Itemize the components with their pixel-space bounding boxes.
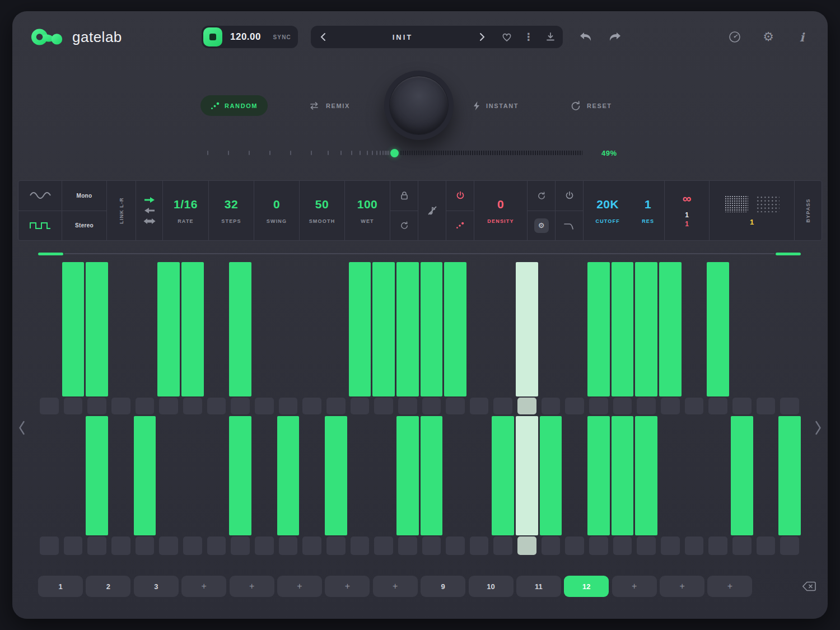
gate-step-top-1[interactable] <box>38 262 60 396</box>
step-cell-top-6[interactable] <box>159 398 178 414</box>
gate-step-bottom-27[interactable] <box>659 416 682 535</box>
step-cell-bottom-10[interactable] <box>255 536 274 555</box>
gate-bar[interactable] <box>396 416 419 535</box>
step-cell-top-23[interactable] <box>565 398 584 414</box>
direction-forward-button[interactable] <box>143 197 156 203</box>
gate-step-top-22[interactable] <box>540 262 562 396</box>
slider-handle[interactable] <box>390 149 399 157</box>
gate-step-bottom-17[interactable] <box>421 416 443 535</box>
gate-step-bottom-8[interactable] <box>206 416 228 535</box>
pattern-button-10[interactable]: 10 <box>469 576 514 597</box>
lock-button[interactable] <box>390 181 418 211</box>
gate-step-top-5[interactable] <box>134 262 156 396</box>
gate-step-bottom-12[interactable] <box>301 416 323 535</box>
step-cell-top-27[interactable] <box>661 398 680 414</box>
step-cell-top-31[interactable] <box>757 398 776 414</box>
step-cell-top-5[interactable] <box>136 398 155 414</box>
scroll-right-button[interactable] <box>811 410 825 446</box>
step-cell-bottom-31[interactable] <box>757 536 776 555</box>
morph-slider[interactable] <box>207 148 582 158</box>
preset-name[interactable]: INIT <box>335 33 470 41</box>
gate-bar[interactable] <box>516 416 538 535</box>
info-button[interactable]: i <box>792 26 812 48</box>
mono-button[interactable]: Mono <box>62 181 106 211</box>
gate-step-top-30[interactable] <box>731 262 753 396</box>
infinity-icon[interactable]: ∞ <box>683 193 692 205</box>
step-cell-bottom-32[interactable] <box>780 536 799 555</box>
gate-bar[interactable] <box>444 262 466 396</box>
step-cell-top-1[interactable] <box>40 398 59 414</box>
step-cell-top-17[interactable] <box>422 398 441 414</box>
gate-bar[interactable] <box>421 262 443 396</box>
loop-value-bottom[interactable]: 1 <box>685 220 689 228</box>
gate-step-bottom-23[interactable] <box>563 416 586 535</box>
mute-sequence-cell[interactable] <box>418 181 446 240</box>
main-knob[interactable] <box>389 76 449 135</box>
gate-bar[interactable] <box>707 262 729 396</box>
step-cell-bottom-8[interactable] <box>207 536 226 555</box>
gate-bar[interactable] <box>134 416 156 535</box>
step-cell-bottom-14[interactable] <box>351 536 370 555</box>
step-cell-bottom-22[interactable] <box>542 536 561 555</box>
gate-step-bottom-31[interactable] <box>755 416 777 535</box>
step-cell-top-24[interactable] <box>589 398 608 414</box>
gate-bar[interactable] <box>62 262 85 396</box>
step-cell-top-16[interactable] <box>398 398 417 414</box>
delete-pattern-button[interactable] <box>800 577 819 596</box>
step-cell-bottom-7[interactable] <box>183 536 202 555</box>
loop-end-handle[interactable] <box>776 253 801 255</box>
gate-step-bottom-15[interactable] <box>372 416 395 535</box>
gate-step-bottom-1[interactable] <box>38 416 60 535</box>
step-cell-top-21[interactable] <box>517 398 536 414</box>
pattern-button-3[interactable]: 3 <box>134 576 179 597</box>
step-cell-top-19[interactable] <box>470 398 489 414</box>
gate-step-bottom-3[interactable] <box>86 416 108 535</box>
step-cell-bottom-19[interactable] <box>470 536 489 555</box>
gate-step-top-3[interactable] <box>86 262 108 396</box>
gate-bar[interactable] <box>372 262 395 396</box>
pattern-add-button[interactable]: + <box>612 576 657 597</box>
density-power-button[interactable] <box>446 181 474 211</box>
gate-step-top-6[interactable] <box>157 262 180 396</box>
gate-step-top-17[interactable] <box>421 262 443 396</box>
pattern-button-9[interactable]: 9 <box>421 576 465 597</box>
gate-step-top-29[interactable] <box>707 262 729 396</box>
gate-step-bottom-25[interactable] <box>612 416 634 535</box>
position-track[interactable] <box>64 253 774 254</box>
gate-step-top-13[interactable] <box>325 262 347 396</box>
step-cell-bottom-16[interactable] <box>398 536 417 555</box>
gate-step-top-9[interactable] <box>229 262 251 396</box>
meter-button[interactable] <box>725 26 745 48</box>
preset-menu-button[interactable]: ⋮ <box>519 26 538 48</box>
relatch-button[interactable] <box>390 211 418 241</box>
undo-button[interactable] <box>576 26 596 48</box>
gate-bar[interactable] <box>612 416 634 535</box>
step-cell-top-20[interactable] <box>493 398 512 414</box>
gate-bar[interactable] <box>516 262 538 396</box>
bpm-value[interactable]: 120.00 <box>230 31 261 43</box>
random-button[interactable]: RANDOM <box>200 95 268 116</box>
step-cell-bottom-5[interactable] <box>136 536 155 555</box>
gate-step-bottom-32[interactable] <box>778 416 801 535</box>
sync-label[interactable]: SYNC <box>273 34 291 40</box>
direction-reverse-button[interactable] <box>143 207 156 214</box>
gate-bar[interactable] <box>659 262 682 396</box>
favorite-button[interactable] <box>494 26 519 48</box>
gate-step-top-2[interactable] <box>62 262 85 396</box>
step-cell-bottom-12[interactable] <box>302 536 321 555</box>
gate-bar[interactable] <box>731 416 753 535</box>
gate-bar[interactable] <box>635 262 657 396</box>
pattern-add-button[interactable]: + <box>230 576 274 597</box>
pattern-add-button[interactable]: + <box>181 576 226 597</box>
stop-button[interactable] <box>203 27 222 46</box>
bypass-cell[interactable]: BYPASS <box>795 181 822 240</box>
gate-step-top-4[interactable] <box>110 262 132 396</box>
gate-step-bottom-19[interactable] <box>468 416 491 535</box>
step-cell-bottom-27[interactable] <box>661 536 680 555</box>
param-smooth[interactable]: 50 SMOOTH <box>300 181 345 240</box>
step-cell-bottom-15[interactable] <box>374 536 393 555</box>
gate-step-top-7[interactable] <box>181 262 204 396</box>
noise-dense-icon[interactable] <box>725 195 748 212</box>
pattern-button-11[interactable]: 11 <box>516 576 561 597</box>
step-cell-bottom-17[interactable] <box>422 536 441 555</box>
